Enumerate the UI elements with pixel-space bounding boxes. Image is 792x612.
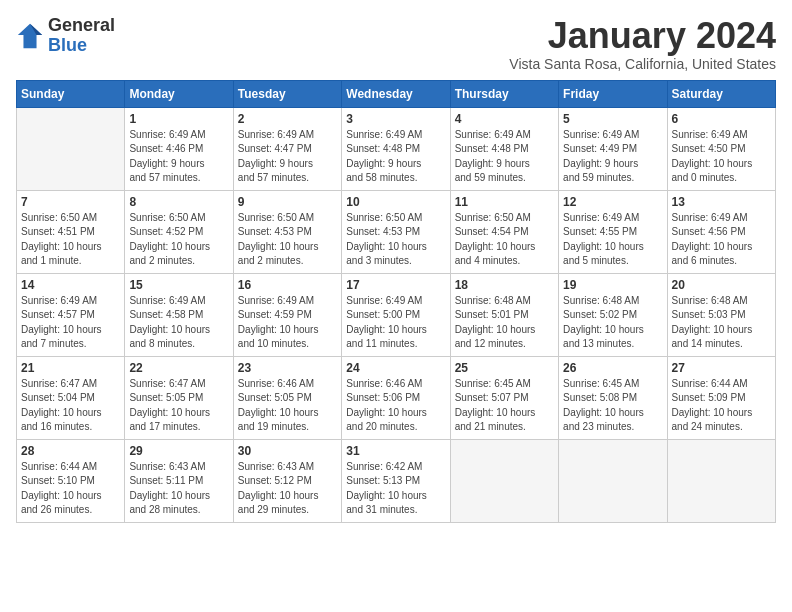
day-info: Sunrise: 6:48 AMSunset: 5:02 PMDaylight:… bbox=[563, 294, 662, 352]
column-header-saturday: Saturday bbox=[667, 80, 775, 107]
calendar-cell: 12Sunrise: 6:49 AMSunset: 4:55 PMDayligh… bbox=[559, 190, 667, 273]
calendar-cell: 26Sunrise: 6:45 AMSunset: 5:08 PMDayligh… bbox=[559, 356, 667, 439]
calendar-cell bbox=[17, 107, 125, 190]
calendar-cell: 15Sunrise: 6:49 AMSunset: 4:58 PMDayligh… bbox=[125, 273, 233, 356]
day-number: 16 bbox=[238, 278, 337, 292]
column-header-sunday: Sunday bbox=[17, 80, 125, 107]
logo: General Blue bbox=[16, 16, 115, 56]
calendar-cell: 24Sunrise: 6:46 AMSunset: 5:06 PMDayligh… bbox=[342, 356, 450, 439]
day-number: 7 bbox=[21, 195, 120, 209]
calendar-week-3: 14Sunrise: 6:49 AMSunset: 4:57 PMDayligh… bbox=[17, 273, 776, 356]
day-number: 26 bbox=[563, 361, 662, 375]
day-number: 17 bbox=[346, 278, 445, 292]
day-number: 12 bbox=[563, 195, 662, 209]
day-info: Sunrise: 6:43 AMSunset: 5:12 PMDaylight:… bbox=[238, 460, 337, 518]
day-number: 30 bbox=[238, 444, 337, 458]
day-info: Sunrise: 6:49 AMSunset: 4:59 PMDaylight:… bbox=[238, 294, 337, 352]
day-info: Sunrise: 6:49 AMSunset: 4:48 PMDaylight:… bbox=[455, 128, 554, 186]
day-number: 5 bbox=[563, 112, 662, 126]
calendar-week-1: 1Sunrise: 6:49 AMSunset: 4:46 PMDaylight… bbox=[17, 107, 776, 190]
calendar-cell: 16Sunrise: 6:49 AMSunset: 4:59 PMDayligh… bbox=[233, 273, 341, 356]
day-info: Sunrise: 6:42 AMSunset: 5:13 PMDaylight:… bbox=[346, 460, 445, 518]
day-number: 19 bbox=[563, 278, 662, 292]
calendar-cell: 9Sunrise: 6:50 AMSunset: 4:53 PMDaylight… bbox=[233, 190, 341, 273]
day-info: Sunrise: 6:45 AMSunset: 5:07 PMDaylight:… bbox=[455, 377, 554, 435]
day-number: 29 bbox=[129, 444, 228, 458]
calendar-cell: 6Sunrise: 6:49 AMSunset: 4:50 PMDaylight… bbox=[667, 107, 775, 190]
day-info: Sunrise: 6:50 AMSunset: 4:53 PMDaylight:… bbox=[346, 211, 445, 269]
logo-text: General Blue bbox=[48, 16, 115, 56]
day-info: Sunrise: 6:47 AMSunset: 5:04 PMDaylight:… bbox=[21, 377, 120, 435]
calendar-cell: 14Sunrise: 6:49 AMSunset: 4:57 PMDayligh… bbox=[17, 273, 125, 356]
day-number: 15 bbox=[129, 278, 228, 292]
calendar-cell bbox=[450, 439, 558, 522]
calendar-cell: 8Sunrise: 6:50 AMSunset: 4:52 PMDaylight… bbox=[125, 190, 233, 273]
day-info: Sunrise: 6:50 AMSunset: 4:54 PMDaylight:… bbox=[455, 211, 554, 269]
calendar-cell: 29Sunrise: 6:43 AMSunset: 5:11 PMDayligh… bbox=[125, 439, 233, 522]
calendar-cell: 5Sunrise: 6:49 AMSunset: 4:49 PMDaylight… bbox=[559, 107, 667, 190]
calendar-cell: 27Sunrise: 6:44 AMSunset: 5:09 PMDayligh… bbox=[667, 356, 775, 439]
day-number: 1 bbox=[129, 112, 228, 126]
day-info: Sunrise: 6:49 AMSunset: 4:55 PMDaylight:… bbox=[563, 211, 662, 269]
calendar-cell: 17Sunrise: 6:49 AMSunset: 5:00 PMDayligh… bbox=[342, 273, 450, 356]
day-info: Sunrise: 6:49 AMSunset: 4:49 PMDaylight:… bbox=[563, 128, 662, 186]
day-info: Sunrise: 6:49 AMSunset: 4:48 PMDaylight:… bbox=[346, 128, 445, 186]
calendar-cell: 20Sunrise: 6:48 AMSunset: 5:03 PMDayligh… bbox=[667, 273, 775, 356]
calendar-cell: 4Sunrise: 6:49 AMSunset: 4:48 PMDaylight… bbox=[450, 107, 558, 190]
calendar-cell: 28Sunrise: 6:44 AMSunset: 5:10 PMDayligh… bbox=[17, 439, 125, 522]
calendar-cell: 31Sunrise: 6:42 AMSunset: 5:13 PMDayligh… bbox=[342, 439, 450, 522]
day-info: Sunrise: 6:49 AMSunset: 4:46 PMDaylight:… bbox=[129, 128, 228, 186]
calendar-cell: 18Sunrise: 6:48 AMSunset: 5:01 PMDayligh… bbox=[450, 273, 558, 356]
column-header-thursday: Thursday bbox=[450, 80, 558, 107]
day-number: 31 bbox=[346, 444, 445, 458]
svg-marker-0 bbox=[18, 24, 42, 48]
calendar-cell: 23Sunrise: 6:46 AMSunset: 5:05 PMDayligh… bbox=[233, 356, 341, 439]
calendar-week-5: 28Sunrise: 6:44 AMSunset: 5:10 PMDayligh… bbox=[17, 439, 776, 522]
day-info: Sunrise: 6:43 AMSunset: 5:11 PMDaylight:… bbox=[129, 460, 228, 518]
calendar-cell: 1Sunrise: 6:49 AMSunset: 4:46 PMDaylight… bbox=[125, 107, 233, 190]
day-info: Sunrise: 6:49 AMSunset: 4:57 PMDaylight:… bbox=[21, 294, 120, 352]
day-number: 23 bbox=[238, 361, 337, 375]
column-header-tuesday: Tuesday bbox=[233, 80, 341, 107]
day-number: 27 bbox=[672, 361, 771, 375]
calendar-header: SundayMondayTuesdayWednesdayThursdayFrid… bbox=[17, 80, 776, 107]
day-info: Sunrise: 6:46 AMSunset: 5:05 PMDaylight:… bbox=[238, 377, 337, 435]
day-number: 20 bbox=[672, 278, 771, 292]
day-info: Sunrise: 6:44 AMSunset: 5:10 PMDaylight:… bbox=[21, 460, 120, 518]
day-info: Sunrise: 6:47 AMSunset: 5:05 PMDaylight:… bbox=[129, 377, 228, 435]
calendar-cell: 22Sunrise: 6:47 AMSunset: 5:05 PMDayligh… bbox=[125, 356, 233, 439]
calendar-week-2: 7Sunrise: 6:50 AMSunset: 4:51 PMDaylight… bbox=[17, 190, 776, 273]
calendar-cell: 21Sunrise: 6:47 AMSunset: 5:04 PMDayligh… bbox=[17, 356, 125, 439]
day-number: 10 bbox=[346, 195, 445, 209]
calendar-week-4: 21Sunrise: 6:47 AMSunset: 5:04 PMDayligh… bbox=[17, 356, 776, 439]
calendar-cell: 30Sunrise: 6:43 AMSunset: 5:12 PMDayligh… bbox=[233, 439, 341, 522]
calendar-cell: 3Sunrise: 6:49 AMSunset: 4:48 PMDaylight… bbox=[342, 107, 450, 190]
calendar-cell bbox=[559, 439, 667, 522]
day-info: Sunrise: 6:48 AMSunset: 5:01 PMDaylight:… bbox=[455, 294, 554, 352]
day-number: 24 bbox=[346, 361, 445, 375]
day-number: 13 bbox=[672, 195, 771, 209]
day-number: 2 bbox=[238, 112, 337, 126]
day-number: 22 bbox=[129, 361, 228, 375]
column-header-friday: Friday bbox=[559, 80, 667, 107]
calendar-cell: 7Sunrise: 6:50 AMSunset: 4:51 PMDaylight… bbox=[17, 190, 125, 273]
day-number: 25 bbox=[455, 361, 554, 375]
calendar-table: SundayMondayTuesdayWednesdayThursdayFrid… bbox=[16, 80, 776, 523]
calendar-cell: 19Sunrise: 6:48 AMSunset: 5:02 PMDayligh… bbox=[559, 273, 667, 356]
calendar-cell bbox=[667, 439, 775, 522]
day-info: Sunrise: 6:49 AMSunset: 4:58 PMDaylight:… bbox=[129, 294, 228, 352]
day-info: Sunrise: 6:49 AMSunset: 4:56 PMDaylight:… bbox=[672, 211, 771, 269]
day-number: 28 bbox=[21, 444, 120, 458]
day-number: 21 bbox=[21, 361, 120, 375]
day-number: 14 bbox=[21, 278, 120, 292]
day-number: 4 bbox=[455, 112, 554, 126]
day-number: 11 bbox=[455, 195, 554, 209]
day-info: Sunrise: 6:50 AMSunset: 4:53 PMDaylight:… bbox=[238, 211, 337, 269]
day-info: Sunrise: 6:49 AMSunset: 5:00 PMDaylight:… bbox=[346, 294, 445, 352]
column-header-monday: Monday bbox=[125, 80, 233, 107]
day-info: Sunrise: 6:49 AMSunset: 4:47 PMDaylight:… bbox=[238, 128, 337, 186]
calendar-cell: 25Sunrise: 6:45 AMSunset: 5:07 PMDayligh… bbox=[450, 356, 558, 439]
day-info: Sunrise: 6:50 AMSunset: 4:51 PMDaylight:… bbox=[21, 211, 120, 269]
day-info: Sunrise: 6:48 AMSunset: 5:03 PMDaylight:… bbox=[672, 294, 771, 352]
day-info: Sunrise: 6:50 AMSunset: 4:52 PMDaylight:… bbox=[129, 211, 228, 269]
